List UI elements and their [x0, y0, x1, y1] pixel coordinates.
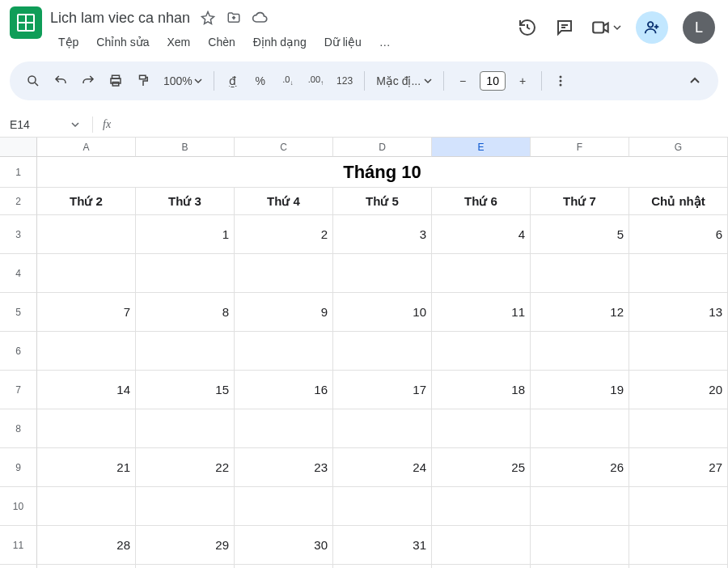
history-icon[interactable]	[516, 16, 539, 39]
cell[interactable]: 16	[235, 371, 333, 409]
cell[interactable]	[37, 565, 136, 568]
row-header[interactable]: 3	[0, 215, 37, 254]
row-header[interactable]: 11	[0, 526, 37, 565]
cell[interactable]	[37, 254, 136, 293]
cell[interactable]	[333, 254, 432, 293]
cell[interactable]	[432, 409, 531, 448]
cell[interactable]	[136, 332, 235, 371]
cell[interactable]: Thứ 7	[531, 188, 629, 215]
cell[interactable]	[37, 487, 136, 526]
cell[interactable]: 4	[432, 215, 531, 254]
row-header[interactable]: 1	[0, 157, 37, 188]
cell[interactable]: Chủ nhật	[629, 188, 728, 215]
zoom-select[interactable]: 100%	[159, 69, 207, 93]
move-folder-icon[interactable]	[226, 10, 242, 26]
cell[interactable]	[629, 526, 728, 565]
select-all-corner[interactable]	[0, 138, 37, 157]
search-menus-icon[interactable]	[21, 69, 45, 93]
cell[interactable]	[531, 254, 629, 293]
cell[interactable]: 18	[432, 371, 531, 409]
font-select[interactable]: Mặc đị...	[371, 69, 437, 93]
row-header[interactable]: 4	[0, 254, 37, 293]
cell[interactable]: 25	[432, 448, 531, 487]
row-header[interactable]: 5	[0, 293, 37, 332]
row-header[interactable]: 8	[0, 409, 37, 448]
row-header[interactable]: 9	[0, 448, 37, 487]
row-header[interactable]: 6	[0, 332, 37, 371]
sheets-logo[interactable]	[10, 6, 42, 39]
cell[interactable]	[333, 332, 432, 371]
cell[interactable]	[432, 332, 531, 371]
cell[interactable]	[531, 332, 629, 371]
column-header[interactable]: A	[37, 138, 136, 157]
cell[interactable]	[629, 487, 728, 526]
cell[interactable]: 11	[432, 293, 531, 332]
cell[interactable]: 20	[629, 371, 728, 409]
cell[interactable]: 6	[629, 215, 728, 254]
row-header[interactable]: 12	[0, 565, 37, 568]
formula-input[interactable]	[116, 118, 728, 131]
cell[interactable]: Thứ 2	[37, 188, 136, 215]
cell[interactable]	[333, 409, 432, 448]
cell[interactable]	[432, 254, 531, 293]
column-header[interactable]: F	[531, 138, 629, 157]
share-button[interactable]	[636, 11, 668, 44]
cell[interactable]: Thứ 3	[136, 188, 235, 215]
cell[interactable]	[37, 409, 136, 448]
cell[interactable]: 23	[235, 448, 333, 487]
cell[interactable]: 19	[531, 371, 629, 409]
cell[interactable]: 13	[629, 293, 728, 332]
cell[interactable]: 21	[37, 448, 136, 487]
cell[interactable]: Thứ 4	[235, 188, 333, 215]
cell[interactable]	[432, 565, 531, 568]
decrease-font-size-button[interactable]: −	[451, 69, 475, 93]
menu-edit[interactable]: Chỉnh sửa	[88, 32, 157, 52]
cell[interactable]	[235, 487, 333, 526]
increase-font-size-button[interactable]: +	[510, 69, 535, 93]
undo-icon[interactable]	[49, 69, 73, 93]
cell[interactable]	[531, 526, 629, 565]
column-header[interactable]: D	[333, 138, 432, 157]
increase-decimals-button[interactable]: .00↑	[303, 69, 328, 93]
cell[interactable]	[136, 487, 235, 526]
doc-title[interactable]: Lich lam viec ca nhan	[50, 10, 190, 27]
cell[interactable]	[136, 254, 235, 293]
cell[interactable]	[333, 487, 432, 526]
cell[interactable]	[333, 565, 432, 568]
percent-format-button[interactable]: %	[248, 69, 273, 93]
cell[interactable]	[629, 409, 728, 448]
cell[interactable]	[235, 565, 333, 568]
cell[interactable]	[136, 409, 235, 448]
cloud-status-icon[interactable]	[252, 10, 268, 26]
row-header[interactable]: 10	[0, 487, 37, 526]
column-header[interactable]: G	[629, 138, 728, 157]
cell[interactable]: 28	[37, 526, 136, 565]
cell[interactable]: 5	[531, 215, 629, 254]
row-header[interactable]: 7	[0, 371, 37, 409]
font-size-input[interactable]	[480, 71, 506, 91]
menu-file[interactable]: Tệp	[50, 32, 87, 52]
column-header[interactable]: E	[432, 138, 531, 157]
cell[interactable]: 2	[235, 215, 333, 254]
collapse-toolbar-icon[interactable]	[683, 69, 707, 93]
cell[interactable]: 30	[235, 526, 333, 565]
column-header[interactable]: C	[235, 138, 333, 157]
cell[interactable]	[629, 565, 728, 568]
cell[interactable]: 24	[333, 448, 432, 487]
menu-more[interactable]: …	[371, 32, 399, 52]
cell[interactable]	[629, 332, 728, 371]
toolbar-overflow-icon[interactable]	[548, 69, 573, 93]
row-header[interactable]: 2	[0, 188, 37, 215]
cell[interactable]: 10	[333, 293, 432, 332]
cell[interactable]	[235, 254, 333, 293]
cell[interactable]	[37, 332, 136, 371]
print-icon[interactable]	[104, 69, 128, 93]
cell[interactable]: 1	[136, 215, 235, 254]
meet-button[interactable]	[590, 17, 621, 38]
cell[interactable]	[136, 565, 235, 568]
cell[interactable]	[432, 526, 531, 565]
cell[interactable]	[531, 409, 629, 448]
cell[interactable]: 27	[629, 448, 728, 487]
star-icon[interactable]	[200, 10, 216, 26]
menu-view[interactable]: Xem	[159, 32, 199, 52]
